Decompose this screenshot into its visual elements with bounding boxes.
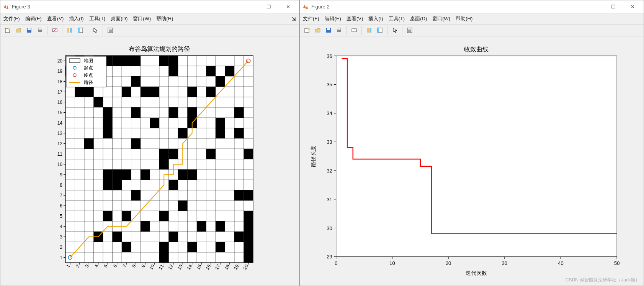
svg-rect-244 [336,56,617,257]
separator [103,26,103,35]
cursor-icon[interactable] [90,25,100,35]
svg-rect-39 [122,211,131,221]
svg-text:12: 12 [167,263,175,271]
save-icon[interactable] [24,25,34,35]
svg-rect-25 [94,97,103,107]
svg-rect-8 [67,28,69,33]
menu-insert[interactable]: 插入(I) [368,15,383,22]
minimize-button[interactable]: — [241,1,258,13]
menu-file[interactable]: 文件(F) [3,15,20,22]
svg-rect-88 [244,242,253,252]
print-icon[interactable] [35,25,45,35]
link-icon[interactable] [349,25,359,35]
svg-rect-5 [39,28,41,30]
minimize-button[interactable]: — [585,1,603,13]
menu-help[interactable]: 帮助(H) [156,15,173,22]
svg-text:迭代次数: 迭代次数 [466,270,487,276]
svg-point-1 [8,28,10,30]
open-icon[interactable] [13,25,23,35]
open-icon[interactable] [313,25,323,35]
svg-rect-41 [122,87,131,97]
menu-tools[interactable]: 工具(T) [389,15,405,22]
menu-tools[interactable]: 工具(T) [89,15,106,22]
svg-rect-91 [244,211,253,221]
svg-rect-42 [122,56,131,66]
svg-text:34: 34 [327,110,332,116]
menu-help[interactable]: 帮助(H) [456,15,472,22]
properties-icon[interactable] [405,25,415,35]
svg-rect-61 [169,149,178,159]
menu-window[interactable]: 窗口(W) [432,15,450,22]
svg-rect-50 [141,87,150,97]
svg-rect-84 [234,190,244,201]
menu-insert[interactable]: 插入(I) [69,15,83,22]
svg-text:35: 35 [327,82,332,87]
menu-view[interactable]: 查看(V) [347,15,363,22]
svg-rect-30 [103,128,113,138]
svg-text:30: 30 [327,225,332,231]
new-figure-icon[interactable] [302,25,312,35]
svg-rect-236 [367,28,369,33]
separator [47,26,47,35]
window-title: Figure 3 [12,4,241,10]
svg-rect-32 [103,107,113,118]
titlebar[interactable]: Figure 2 — ☐ ✕ [300,0,644,13]
svg-text:10: 10 [149,263,156,271]
svg-text:路径: 路径 [84,80,93,85]
svg-rect-75 [206,87,216,97]
separator [361,26,362,35]
svg-rect-71 [188,107,197,118]
layout2-icon[interactable] [375,25,385,35]
svg-rect-27 [103,211,113,221]
svg-text:3: 3 [60,234,62,240]
maximize-button[interactable]: ☐ [605,1,622,13]
svg-text:13: 13 [177,263,184,271]
svg-text:50: 50 [614,260,619,266]
svg-rect-73 [197,221,206,232]
svg-text:31: 31 [327,197,332,202]
close-button[interactable]: ✕ [624,1,641,13]
cursor-icon[interactable] [390,25,400,35]
svg-rect-66 [178,169,188,180]
svg-rect-239 [378,28,379,33]
layout2-icon[interactable] [75,25,85,35]
window-controls: — ☐ ✕ [585,1,641,13]
menu-desktop[interactable]: 桌面(D) [111,15,127,22]
menu-edit[interactable]: 编辑(E) [325,15,341,22]
svg-rect-49 [141,169,150,180]
svg-text:20: 20 [446,260,451,266]
layout1-icon[interactable] [65,25,75,35]
new-figure-icon[interactable] [3,25,13,35]
maximize-button[interactable]: ☐ [260,1,278,13]
close-button[interactable]: ✕ [279,1,297,13]
svg-text:11: 11 [57,151,63,157]
print-icon[interactable] [334,25,344,35]
svg-text:13: 13 [57,131,63,136]
link-icon[interactable] [50,25,60,35]
svg-text:10: 10 [57,162,63,167]
svg-text:18: 18 [57,79,63,84]
save-icon[interactable] [324,25,333,35]
svg-rect-53 [159,252,169,263]
menu-overflow-icon[interactable]: ⇲ [292,16,296,22]
svg-rect-80 [216,118,225,128]
svg-point-229 [307,28,310,30]
plot-area: 1234567891011121314151617181920123456789… [0,36,299,286]
svg-rect-68 [188,242,197,252]
svg-rect-59 [169,232,178,242]
layout1-icon[interactable] [364,25,374,35]
svg-rect-38 [122,242,131,252]
svg-text:19: 19 [57,69,63,74]
svg-rect-52 [150,87,160,97]
properties-icon[interactable] [105,25,115,35]
menu-window[interactable]: 窗口(W) [133,15,151,22]
svg-rect-93 [244,149,253,159]
menu-view[interactable]: 查看(V) [47,15,64,22]
titlebar[interactable]: Figure 3 — ☐ ✕ [0,0,299,13]
menu-file[interactable]: 文件(F) [303,15,319,22]
svg-rect-90 [244,221,253,232]
svg-rect-78 [216,221,225,232]
menu-desktop[interactable]: 桌面(D) [410,15,427,22]
menu-edit[interactable]: 编辑(E) [25,15,42,22]
svg-rect-44 [131,138,141,149]
